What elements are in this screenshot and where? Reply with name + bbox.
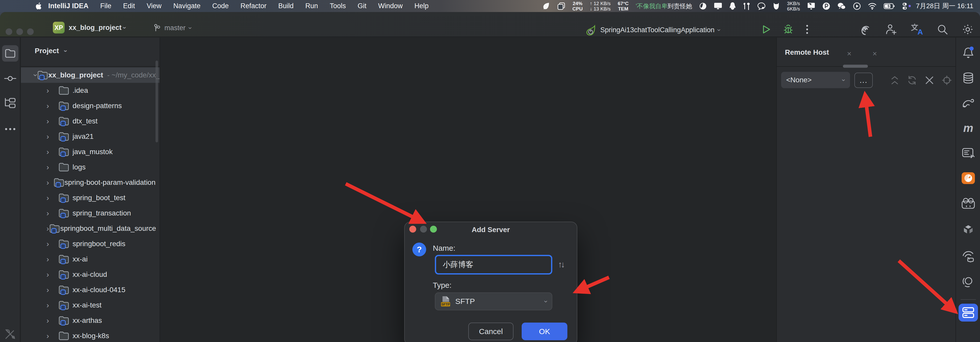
commit-tool-button[interactable] — [2, 70, 18, 87]
notifications-bell-button[interactable] — [960, 45, 977, 61]
airpods-icon[interactable] — [743, 2, 750, 10]
run-configuration-widget[interactable]: SpringAi13chatToolCallingApplication › — [584, 24, 720, 36]
menu-item[interactable]: Tools — [324, 2, 352, 10]
cpu-status[interactable]: 24%CPU — [573, 1, 583, 11]
tree-row[interactable]: › dtx_test — [21, 113, 159, 129]
orange-plugin-button[interactable] — [960, 170, 977, 186]
tree-row[interactable]: › springboot_redis — [21, 236, 159, 251]
collapse-all-icon[interactable] — [889, 73, 900, 88]
project-panel-header[interactable]: Project› — [35, 47, 67, 55]
tree-chevron-icon[interactable]: › — [46, 255, 58, 264]
tree-chevron-icon[interactable]: › — [46, 224, 49, 233]
maven-tool-button[interactable]: m — [960, 120, 977, 136]
control-center-icon[interactable] — [902, 2, 909, 10]
tree-chevron-icon[interactable]: › — [35, 71, 37, 80]
tree-row[interactable]: › .idea — [21, 83, 159, 98]
tree-chevron-icon[interactable]: › — [46, 132, 58, 141]
translate-icon[interactable]: A — [910, 23, 923, 35]
wechat-icon[interactable] — [837, 2, 846, 10]
menu-item[interactable]: Navigate — [167, 2, 207, 10]
tree-chevron-icon[interactable]: › — [46, 270, 58, 279]
window-close-button[interactable] — [6, 28, 12, 35]
ok-button[interactable]: OK — [522, 323, 567, 340]
server-select-dropdown[interactable]: <None> › — [781, 72, 850, 88]
project-name-menu[interactable]: xx_blog_project › — [69, 24, 126, 32]
menu-item[interactable]: Edit — [117, 2, 141, 10]
network-speed2-status[interactable]: 3KB/s6KB/s — [787, 1, 800, 11]
tree-chevron-icon[interactable]: › — [46, 331, 58, 340]
chat-bubble-icon[interactable] — [757, 2, 765, 10]
tree-row[interactable]: › spring_boot_test — [21, 190, 159, 206]
tree-row[interactable]: › xx_blog_project - ~/my_code/xx_b — [21, 67, 159, 83]
more-tools-button[interactable] — [2, 121, 18, 137]
close-icon[interactable] — [924, 73, 935, 88]
project-tool-button[interactable] — [2, 45, 18, 62]
tree-chevron-icon[interactable]: › — [46, 316, 58, 325]
structure-tool-button[interactable] — [2, 95, 18, 111]
tree-row[interactable]: › xx-ai-cloud — [21, 267, 159, 282]
qq-penguin-icon[interactable] — [729, 2, 736, 10]
tree-chevron-icon[interactable]: › — [46, 286, 58, 294]
documentation-tool-button[interactable] — [960, 145, 977, 161]
external-tools-button[interactable] — [2, 326, 18, 342]
more-options-button[interactable] — [805, 24, 809, 35]
tree-row[interactable]: › logs — [21, 160, 159, 175]
tree-row[interactable]: › xx-ai — [21, 251, 159, 267]
remote-host-tool-button[interactable] — [959, 304, 978, 321]
tree-chevron-icon[interactable]: › — [46, 86, 58, 95]
tree-row[interactable]: › springboot_multi_data_source — [21, 221, 159, 236]
run-button[interactable] — [761, 24, 771, 35]
debug-button[interactable] — [783, 24, 794, 35]
tree-row[interactable]: › spring-boot-param-validation — [21, 175, 159, 190]
tree-chevron-icon[interactable]: › — [46, 193, 58, 202]
lyrics-status[interactable]: '不像我自卑到责怪她 — [636, 2, 692, 10]
server-name-input[interactable]: 小薛博客 — [435, 255, 552, 275]
music-app-icon[interactable] — [699, 2, 707, 10]
menu-item[interactable]: Help — [409, 2, 434, 10]
tree-row[interactable]: › design-patterns — [21, 98, 159, 113]
help-icon[interactable]: ? — [412, 243, 426, 256]
chat-signal-plugin-button[interactable] — [960, 248, 977, 265]
network-speed-status[interactable]: ↑ 12 KB/s↓ 13 KB/s — [590, 1, 611, 11]
menu-item[interactable]: Build — [272, 2, 299, 10]
browse-servers-button[interactable]: ... — [854, 73, 873, 88]
window-zoom-button[interactable] — [27, 28, 34, 35]
project-badge[interactable]: XP — [53, 22, 65, 34]
tree-chevron-icon[interactable]: › — [46, 178, 53, 187]
history-updown-icon[interactable]: ↑↓ — [558, 259, 563, 269]
tree-row[interactable]: › xx-arthas — [21, 313, 159, 328]
datetime-status[interactable]: 7月28日 周一 16:11 — [916, 2, 974, 11]
server-type-dropdown[interactable]: SFTP SFTP › — [435, 292, 552, 310]
menu-item[interactable]: Window — [372, 2, 409, 10]
play-circle-icon[interactable] — [853, 2, 861, 10]
tree-chevron-icon[interactable]: › — [46, 163, 58, 171]
battery-icon[interactable] — [884, 3, 895, 9]
refresh-icon[interactable] — [907, 73, 918, 88]
git-branch-widget[interactable]: master › — [153, 24, 191, 32]
database-tool-button[interactable] — [960, 70, 977, 86]
menu-item[interactable]: Git — [352, 2, 372, 10]
locate-icon[interactable] — [941, 73, 953, 88]
tree-chevron-icon[interactable]: › — [46, 301, 58, 310]
menu-item[interactable]: Run — [299, 2, 324, 10]
menu-item[interactable]: View — [141, 2, 167, 10]
lingma-plugin-button[interactable] — [960, 273, 977, 289]
menu-item[interactable]: Refactor — [235, 2, 272, 10]
ai-assistant-icon[interactable] — [859, 24, 871, 35]
gradle-tool-button[interactable] — [960, 95, 977, 112]
tree-row[interactable]: › xx-ai-test — [21, 297, 159, 313]
screen-share-icon[interactable] — [807, 2, 815, 10]
tree-row[interactable]: › java21 — [21, 129, 159, 144]
menu-item[interactable]: Code — [206, 2, 235, 10]
tab-close-icon[interactable]: × — [847, 50, 851, 58]
tree-chevron-icon[interactable]: › — [46, 101, 58, 110]
display-icon[interactable] — [714, 3, 722, 10]
tree-chevron-icon[interactable]: › — [46, 147, 58, 156]
search-icon[interactable] — [937, 24, 948, 35]
tree-row[interactable]: › java_mustok — [21, 144, 159, 160]
add-user-icon[interactable] — [885, 24, 897, 35]
tab-close-icon[interactable]: × — [872, 50, 877, 58]
stacked-windows-icon[interactable] — [557, 2, 565, 10]
tree-scrollbar[interactable] — [156, 61, 158, 142]
settings-gear-icon[interactable] — [962, 23, 974, 35]
